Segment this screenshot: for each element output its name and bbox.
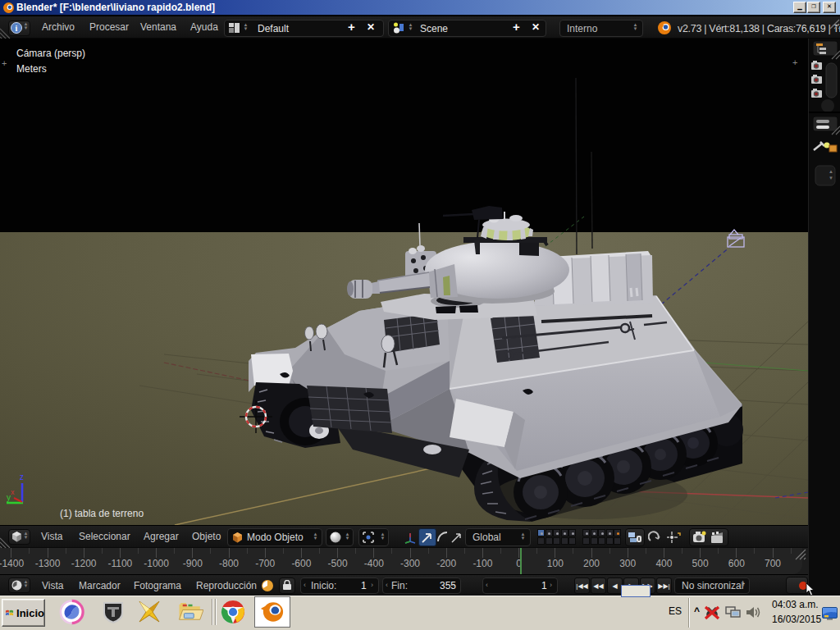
- svg-text:i: i: [16, 24, 18, 33]
- svg-text:+: +: [792, 57, 797, 67]
- svg-text:Cámara (persp): Cámara (persp): [16, 48, 85, 59]
- svg-text:x: x: [11, 488, 15, 496]
- svg-text:z: z: [20, 472, 24, 482]
- svg-text:+: +: [2, 58, 7, 68]
- svg-text:▼: ▼: [829, 176, 833, 180]
- svg-text:(1) tabla de terreno: (1) tabla de terreno: [60, 508, 144, 519]
- svg-text:▲: ▲: [829, 169, 833, 174]
- svg-text:Meters: Meters: [16, 63, 47, 75]
